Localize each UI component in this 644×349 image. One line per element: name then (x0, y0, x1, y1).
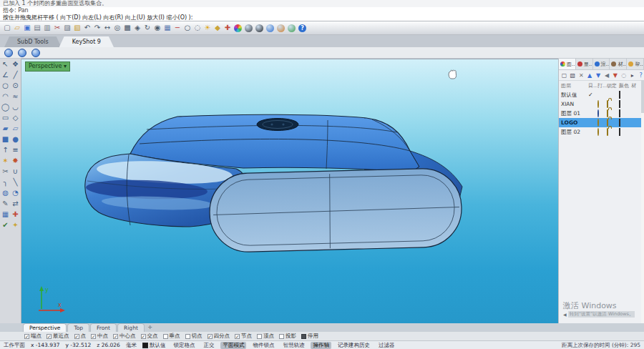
join-icon[interactable]: ∪ (11, 166, 21, 177)
osnap-checkbox[interactable] (185, 334, 190, 339)
line-icon[interactable]: ╱ (11, 69, 21, 80)
zoom-selected-icon[interactable]: ◉ (152, 23, 162, 33)
filter-icon[interactable]: ▼ (612, 71, 618, 80)
transform-icon[interactable]: ⇄ (11, 198, 21, 209)
command-area[interactable]: 已加入 1 个封闭的多重曲面至选取集合。 指令: Pan 按住并拖曳摇杆平移 (… (0, 0, 644, 21)
osnap-投影[interactable]: 投影 (279, 333, 296, 340)
osnap-checkbox[interactable]: ✓ (113, 334, 118, 339)
osnap-点[interactable]: ✓点 (74, 333, 87, 340)
grasshopper-icon[interactable] (288, 24, 296, 32)
panel-help-icon[interactable]: ? (638, 71, 644, 80)
extrude-icon[interactable]: ↑ (1, 144, 11, 155)
explode-icon[interactable]: ✶ (1, 155, 11, 166)
command-prompt[interactable]: 按住并拖曳摇杆平移 ( 向下(D) 向左(L) 向右(R) 向上(U) 放大(I… (0, 14, 644, 21)
print-icon[interactable]: ▤ (32, 23, 42, 33)
osnap-切点[interactable]: 切点 (185, 333, 203, 340)
boolean-difference-icon[interactable]: ◔ (11, 187, 21, 198)
osnap-checkbox[interactable]: ✓ (91, 334, 96, 339)
osnap-中心点[interactable]: ✓中心点 (113, 333, 136, 340)
toolbar-tab-keyshot-9[interactable]: KeyShot 9 (59, 36, 114, 47)
surface-icon[interactable]: ▰ (1, 123, 11, 134)
status-toggle-物件锁点[interactable]: 物件锁点 (250, 342, 276, 349)
viewport-title[interactable]: Perspective ▾ (25, 62, 70, 72)
split-icon[interactable]: ✸ (11, 155, 21, 166)
circle-icon[interactable]: ○ (1, 80, 11, 91)
select-icon[interactable]: ↖ (1, 59, 11, 69)
status-toggle-操作轴[interactable]: 操作轴 (311, 342, 331, 349)
scroll-left-icon[interactable]: ◀ (563, 312, 567, 317)
current-layer-chip[interactable]: 默认值 (142, 342, 166, 349)
osnap-停用[interactable]: 停用 (301, 333, 318, 340)
status-toggle-智慧轨迹[interactable]: 智慧轨迹 (280, 342, 306, 349)
layer-color-cell[interactable] (619, 110, 631, 117)
lock-icon[interactable] (607, 101, 619, 107)
show-objects-icon[interactable]: ○ (182, 23, 192, 33)
status-toggle-记录建构历史[interactable]: 记录建构历史 (336, 342, 372, 349)
misc-tool-icon[interactable]: ✦ (11, 220, 21, 230)
earth-icon[interactable] (266, 24, 274, 32)
osnap-中点[interactable]: ✓中点 (91, 333, 108, 340)
keyshot-settings-button[interactable] (31, 49, 40, 57)
render-sphere-icon[interactable] (245, 24, 253, 32)
new-layer-icon[interactable]: ▢ (561, 71, 567, 80)
pan-icon[interactable]: ↔ (102, 23, 112, 33)
preview-sphere-icon[interactable] (255, 24, 263, 32)
visibility-bulb-icon[interactable] (597, 110, 607, 117)
osnap-checkbox[interactable]: ✓ (74, 334, 79, 339)
panel-tab-materials[interactable]: 材.. (610, 59, 627, 69)
panel-tab-render[interactable]: 渲.. (593, 59, 610, 69)
viewport-canvas[interactable]: Perspective ▾ y x (21, 59, 558, 323)
osnap-四分点[interactable]: ✓四分点 (208, 333, 230, 340)
new-sublayer-icon[interactable]: ▧ (570, 71, 576, 80)
osnap-交点[interactable]: ✓交点 (141, 333, 158, 340)
status-toggle-平面模式[interactable]: 平面模式 (220, 342, 246, 349)
osnap-checkbox[interactable]: ✓ (208, 334, 213, 339)
osnap-垂点[interactable]: 垂点 (163, 333, 180, 340)
panel-tab-layers[interactable]: 图.. (559, 59, 576, 69)
help-icon[interactable]: ? (298, 24, 306, 32)
edit-points-icon[interactable]: ✎ (1, 198, 11, 209)
viewport-tab-front[interactable]: Front (90, 323, 117, 332)
array-icon[interactable]: ▦ (1, 209, 11, 220)
osnap-checkbox[interactable]: ✓ (235, 334, 240, 339)
arc-icon[interactable]: ◠ (1, 91, 11, 102)
viewport-tab-perspective[interactable]: Perspective (23, 323, 67, 332)
osnap-checkbox[interactable] (301, 334, 306, 339)
viewport-layout-icon[interactable]: ▦ (162, 23, 172, 33)
osnap-checkbox[interactable] (279, 334, 284, 339)
layer-row[interactable]: 默认值✓ (559, 90, 644, 99)
cplane-button[interactable]: 工作平面 (4, 342, 25, 349)
zoom-window-icon[interactable]: ▩ (122, 23, 132, 33)
sphere-icon[interactable]: ● (11, 134, 21, 144)
panel-scrollbar[interactable] (641, 80, 644, 323)
conic-icon[interactable]: ◡ (11, 102, 21, 112)
osnap-checkbox[interactable] (163, 334, 168, 339)
status-toggle-过滤器[interactable]: 过滤器 (376, 342, 397, 349)
osnap-最近点[interactable]: ✓最近点 (47, 333, 69, 340)
viewport-tab-top[interactable]: Top (67, 323, 89, 332)
chamfer-icon[interactable]: ╲ (11, 177, 21, 187)
search-icon[interactable]: ◌ (620, 71, 627, 80)
curve-icon[interactable]: ≈ (11, 91, 21, 102)
rotate-view-icon[interactable]: ↻ (142, 23, 152, 33)
polygon-icon[interactable]: ◇ (11, 112, 21, 123)
boolean-union-icon[interactable]: ◍ (1, 187, 11, 198)
paste-icon[interactable]: ▧ (72, 23, 82, 33)
sun-settings-icon[interactable] (277, 24, 285, 32)
circle-diameter-icon[interactable]: ⊙ (11, 80, 21, 91)
keyshot-update-button[interactable] (18, 49, 26, 57)
tools-icon[interactable]: ▸ (629, 71, 635, 80)
control-points-icon[interactable]: ❖ (11, 59, 21, 69)
layer-row[interactable]: 图层 02 (559, 127, 644, 137)
lock-icon[interactable] (607, 119, 619, 126)
open-folder-icon[interactable]: ▱ (12, 23, 22, 33)
keyshot-render-button[interactable] (4, 49, 13, 57)
osnap-checkbox[interactable]: ✓ (47, 334, 52, 339)
lightbulb-icon[interactable]: ☀ (203, 23, 213, 33)
layer-color-cell[interactable] (619, 92, 631, 98)
undo-icon[interactable]: ↶ (82, 23, 92, 33)
redo-icon[interactable]: ↷ (92, 23, 102, 33)
polyline-icon[interactable]: ∠ (1, 69, 11, 80)
export-icon[interactable]: ▥ (42, 23, 52, 33)
layer-row[interactable]: 图层 01 (559, 109, 644, 118)
